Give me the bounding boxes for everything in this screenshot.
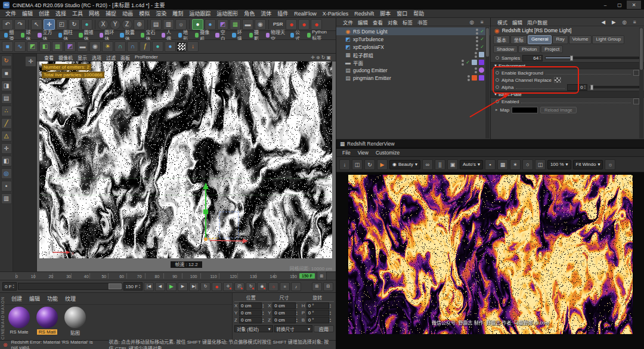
- object-row[interactable]: ◩ xpExplosiaFX ✓: [336, 43, 490, 51]
- object-row[interactable]: ▤ pingmian Emitter: [336, 74, 490, 82]
- samples-field[interactable]: 64▴▾: [522, 55, 543, 61]
- samples-slider[interactable]: [545, 57, 639, 59]
- playback-options-icon[interactable]: ≡: [280, 282, 290, 291]
- extrude-icon[interactable]: ◧: [39, 41, 51, 52]
- rot-b-field[interactable]: 0 °: [306, 317, 329, 323]
- play-button[interactable]: ▶: [166, 282, 177, 291]
- menu-item[interactable]: 编辑: [19, 10, 36, 17]
- toolbar-object-item[interactable]: 胶囊体: [118, 32, 138, 39]
- freeze-icon[interactable]: ✶: [510, 159, 521, 170]
- toolbar-object-item[interactable]: 公式: [289, 32, 305, 39]
- coord-system-button[interactable]: ⊕: [134, 19, 145, 30]
- layout-single-icon[interactable]: ⊟: [323, 282, 333, 291]
- visibility-dots[interactable]: [476, 36, 478, 42]
- menu-item[interactable]: 网格: [86, 10, 103, 17]
- record-scale-button[interactable]: ◰: [234, 282, 244, 291]
- object-manager-scrollbar[interactable]: [485, 27, 490, 138]
- menu-item[interactable]: X-Particles: [320, 11, 352, 17]
- toolbar-object-item[interactable]: 空白: [213, 32, 230, 39]
- spline-pen-icon[interactable]: ∿: [14, 41, 26, 52]
- record-parameter-button[interactable]: ◉: [257, 282, 267, 291]
- object-manager-menu-item[interactable]: 对象: [385, 18, 400, 26]
- attribute-menu-item[interactable]: 模式: [495, 18, 510, 26]
- texture-tag-icon[interactable]: [479, 60, 484, 65]
- toolbar-object-item[interactable]: 环境: [230, 32, 246, 39]
- record-position-button[interactable]: ✛: [223, 282, 233, 291]
- alpha-slider[interactable]: [590, 86, 639, 88]
- map-color-swatch[interactable]: [512, 107, 538, 113]
- reload-image-button[interactable]: Reload Image: [540, 107, 577, 113]
- menu-item[interactable]: 窗口: [394, 10, 410, 17]
- renderview-menu-item[interactable]: View: [354, 150, 372, 156]
- rot-h-field[interactable]: 0 °: [306, 302, 329, 309]
- start-frame-field[interactable]: 0 F▴▾: [2, 282, 17, 291]
- material-menu-item[interactable]: 功能: [44, 294, 61, 303]
- split-panels-icon[interactable]: ◫: [535, 159, 546, 170]
- phong-tag-icon[interactable]: [479, 52, 484, 57]
- sky-object-icon[interactable]: ∩: [114, 41, 126, 52]
- link-aov-icon[interactable]: ∞: [422, 159, 433, 170]
- zoom-view-icon[interactable]: ⊕: [316, 55, 320, 60]
- keyframe-circle[interactable]: [496, 56, 499, 60]
- pause-icon[interactable]: ||: [435, 159, 445, 170]
- maximize-button[interactable]: ▢: [612, 1, 627, 9]
- axis-mode-icon[interactable]: ✛: [1, 143, 12, 154]
- tab-coord[interactable]: 坐标: [510, 35, 527, 44]
- object-manager-menu-item[interactable]: 查看: [370, 18, 385, 26]
- tab-photon[interactable]: Photon: [518, 45, 540, 53]
- search-icon[interactable]: ◎: [467, 19, 476, 25]
- material-tag-icon[interactable]: [472, 75, 477, 81]
- menu-item[interactable]: RealFlow: [291, 11, 320, 17]
- coord-mode-dropdown[interactable]: 对象 (相对)▾: [234, 325, 273, 332]
- layout-split-icon[interactable]: ⊞: [312, 282, 322, 291]
- material-menu-item[interactable]: 纹理: [62, 294, 79, 303]
- object-row[interactable]: ▬ 平面 ✓: [336, 58, 490, 66]
- save-image-icon[interactable]: ↓: [339, 159, 350, 170]
- transform-gizmo[interactable]: x: [39, 61, 332, 258]
- menu-item[interactable]: 雕刻: [169, 10, 186, 17]
- phong-tag-icon[interactable]: [472, 60, 477, 65]
- make-editable-icon[interactable]: ↻: [1, 55, 12, 66]
- enable-background-checkbox[interactable]: [633, 70, 639, 76]
- download-icon[interactable]: ↓: [187, 41, 199, 52]
- subdivision-surface-icon[interactable]: ◩: [27, 41, 38, 52]
- pos-y-field[interactable]: 0 cm: [239, 310, 262, 316]
- live-selection-icon[interactable]: ↖: [31, 19, 42, 30]
- viewport-menu-item[interactable]: 面板: [118, 54, 132, 61]
- viewport-menu-item[interactable]: 显示: [75, 54, 89, 61]
- floor-object-icon[interactable]: ▬: [77, 41, 88, 52]
- cube-primitive-icon[interactable]: ■: [2, 41, 13, 52]
- region-render-icon[interactable]: ○: [522, 159, 533, 170]
- viewport-menu-item[interactable]: 选项: [89, 54, 104, 61]
- light-object-icon[interactable]: ☀: [102, 41, 113, 52]
- history-back-icon[interactable]: ◀: [599, 19, 608, 25]
- restart-render-icon[interactable]: ↻: [364, 159, 375, 170]
- toolbar-object-item[interactable]: 圆柱体: [57, 32, 77, 39]
- material-preview[interactable]: [8, 307, 30, 328]
- timeline-slider-handle[interactable]: [109, 283, 122, 289]
- attribute-scrollbar[interactable]: [639, 27, 643, 138]
- formula-icon[interactable]: ƒ: [140, 41, 151, 52]
- simulate-button[interactable]: ●: [192, 19, 203, 30]
- environment-section-header[interactable]: ▼ Environment: [491, 62, 644, 69]
- render-view-button[interactable]: ▤: [150, 19, 162, 30]
- menu-item[interactable]: 文件: [2, 10, 19, 17]
- maximize-view-icon[interactable]: ▣: [326, 55, 331, 60]
- pos-z-field[interactable]: 0 cm: [239, 317, 262, 323]
- rot-p-field[interactable]: 0 °: [306, 310, 329, 316]
- backplate-section-header[interactable]: ▼ Back-Plate: [491, 91, 644, 98]
- snapshot-icon[interactable]: ◫: [352, 159, 363, 170]
- end-frame-field[interactable]: 150 F▴▾: [123, 282, 143, 291]
- size-y-field[interactable]: 0 cm: [273, 310, 295, 316]
- physical-sky-icon[interactable]: ∩: [127, 41, 138, 52]
- viewport-layout-icon[interactable]: ▥: [1, 193, 12, 204]
- floor-button[interactable]: ▬: [242, 19, 253, 30]
- go-to-end-button[interactable]: ▶|: [189, 282, 199, 291]
- menu-item[interactable]: 选择: [52, 10, 69, 17]
- texture-axis-mode-icon[interactable]: ◧: [1, 156, 12, 166]
- material-item[interactable]: 贴图: [63, 307, 87, 336]
- object-manager-menu-item[interactable]: 文件: [340, 18, 355, 26]
- toolbar-object-item[interactable]: 立方体: [36, 32, 56, 39]
- render-region-button[interactable]: ▥: [163, 19, 174, 30]
- menu-item[interactable]: 运动跟踪: [186, 10, 213, 17]
